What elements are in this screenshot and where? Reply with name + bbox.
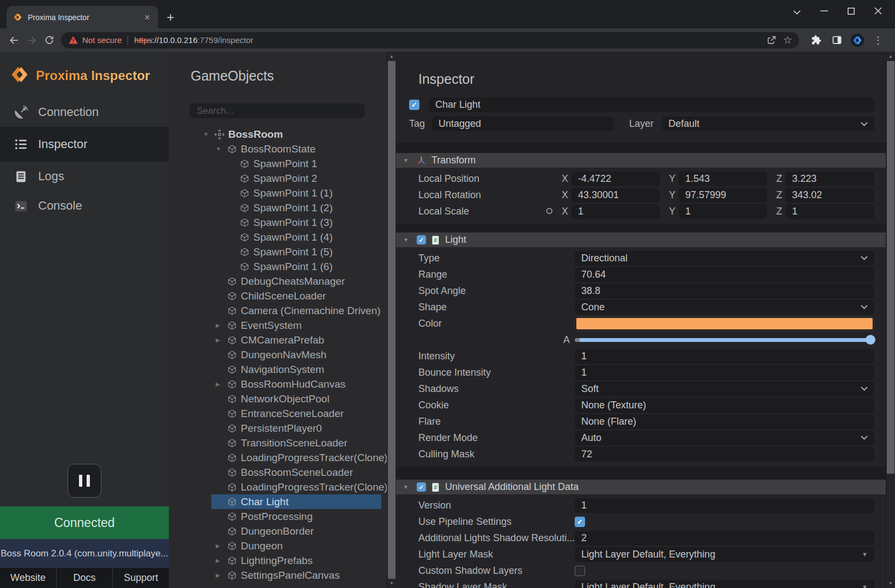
intensity-field[interactable]: 1 — [575, 349, 874, 364]
expand-arrow-icon[interactable]: ▶ — [216, 337, 227, 343]
search-input[interactable] — [190, 103, 365, 118]
tree-item-entrancesceneloader[interactable]: EntranceSceneLoader — [169, 406, 387, 421]
tree-item-debugcheatsmanager[interactable]: DebugCheatsManager — [169, 274, 387, 289]
component-enabled-checkbox[interactable]: ✓ — [417, 482, 426, 492]
browser-menu-icon[interactable]: ⋮ — [870, 32, 886, 48]
tree-item-bossroomhudcanvas[interactable]: ▶BossRoomHudCanvas — [169, 377, 387, 391]
tree-item-dungeonborder[interactable]: DungeonBorder — [169, 524, 387, 538]
tree-item-settingspanelcanvas[interactable]: ▶SettingsPanelCanvas — [169, 568, 387, 583]
scale-link-icon[interactable] — [546, 206, 553, 217]
tree-item-char-light[interactable]: Char Light — [169, 494, 387, 509]
tree-item-spawnpoint-2[interactable]: SpawnPoint 2 — [169, 171, 387, 186]
flare-field[interactable]: None (Flare) — [575, 414, 874, 429]
alpha-slider[interactable] — [575, 338, 874, 342]
scroll-down-icon[interactable]: ▼ — [886, 579, 895, 588]
light-layer-mask-select[interactable]: Light Layer Default, Everything▼ — [575, 547, 874, 562]
component-enabled-checkbox[interactable]: ✓ — [417, 235, 426, 244]
reload-button[interactable] — [40, 32, 58, 49]
tree-item-spawnpoint-1-3[interactable]: SpawnPoint 1 (3) — [169, 215, 387, 230]
slider-thumb[interactable] — [866, 335, 875, 345]
tree-item-childsceneloader[interactable]: ChildSceneLoader — [169, 289, 387, 303]
tree-item-dungeon[interactable]: ▶Dungeon — [169, 538, 387, 553]
gameobject-enabled-checkbox[interactable]: ✓ — [409, 100, 419, 110]
tree-item-spawnpoint-1-4[interactable]: SpawnPoint 1 (4) — [169, 230, 387, 244]
scrollbar-thumb[interactable] — [887, 61, 894, 474]
expand-arrow-icon[interactable]: ▶ — [216, 381, 227, 387]
range-field[interactable]: 70.64 — [575, 267, 874, 282]
collapse-arrow-icon[interactable]: ▼ — [403, 157, 411, 163]
culling-mask-field[interactable]: 72 — [575, 447, 874, 462]
tree-item-loadingprogresstracker-clone[interactable]: LoadingProgressTracker(Clone) — [169, 480, 387, 494]
new-tab-button[interactable]: + — [167, 11, 174, 24]
tree-item-spawnpoint-1[interactable]: SpawnPoint 1 — [169, 156, 387, 171]
inspector-scrollbar[interactable]: ▲ ▼ — [886, 52, 895, 588]
expand-arrow-icon[interactable]: ▶ — [216, 558, 227, 564]
custom-shadow-layers-checkbox[interactable]: ✓ — [575, 566, 585, 576]
tree-item-navigationsystem[interactable]: NavigationSystem — [169, 362, 387, 377]
collapse-arrow-icon[interactable]: ▼ — [403, 237, 411, 243]
tree-item-spawnpoint-1-1[interactable]: SpawnPoint 1 (1) — [169, 186, 387, 200]
sidebar-item-inspector[interactable]: Inspector — [0, 127, 169, 162]
tree-item-camera-cinemachine-driven[interactable]: Camera (Cinemachine Driven) — [169, 303, 387, 318]
scroll-up-icon[interactable]: ▲ — [886, 52, 895, 61]
shadow-layer-mask-select[interactable]: Light Layer Default, Everything▼ — [575, 580, 874, 588]
vector-field-z[interactable]: 343.02 — [786, 188, 874, 203]
vector-field-z[interactable]: 1 — [786, 204, 874, 219]
shape-select[interactable]: Cone — [575, 300, 874, 315]
pause-button[interactable] — [68, 464, 101, 498]
tree-item-networkobjectpool[interactable]: NetworkObjectPool — [169, 391, 387, 406]
url-text[interactable]: https://10.0.0.216:7759/inspector — [135, 35, 254, 45]
footer-link-website[interactable]: Website — [0, 568, 56, 588]
sidebar-item-console[interactable]: Console — [0, 191, 169, 220]
collapse-arrow-icon[interactable]: ▼ — [216, 146, 227, 152]
expand-arrow-icon[interactable]: ▶ — [216, 322, 227, 328]
footer-link-support[interactable]: Support — [112, 568, 169, 588]
collapse-arrow-icon[interactable]: ▼ — [403, 484, 411, 490]
tree-item-spawnpoint-1-2[interactable]: SpawnPoint 1 (2) — [169, 200, 387, 215]
scrollbar-thumb[interactable] — [388, 61, 395, 579]
tab-close-icon[interactable]: ✕ — [142, 12, 153, 23]
shadows-select[interactable]: Soft — [575, 382, 874, 396]
layer-select[interactable]: Default — [662, 117, 874, 131]
tree-item-bossroom[interactable]: ▼BossRoom — [169, 127, 387, 142]
tree-item-cmcameraprefab[interactable]: ▶CMCameraPrefab — [169, 333, 387, 347]
share-icon[interactable] — [763, 33, 780, 48]
not-secure-label[interactable]: Not secure — [82, 35, 122, 45]
tree-item-transitionsceneloader[interactable]: TransitionSceneLoader — [169, 436, 387, 450]
scroll-down-icon[interactable]: ▼ — [387, 579, 396, 588]
forward-button[interactable] — [23, 32, 40, 49]
tree-item-loadingprogresstracker-clone[interactable]: LoadingProgressTracker(Clone) — [169, 450, 387, 465]
vector-field-z[interactable]: 3.223 — [786, 171, 874, 186]
cookie-field[interactable]: None (Texture) — [575, 398, 874, 413]
tree-item-dungeonnavmesh[interactable]: DungeonNavMesh — [169, 347, 387, 362]
minimize-button[interactable] — [820, 7, 828, 17]
tree-item-bossroomstate[interactable]: ▼BossRoomState — [169, 142, 387, 156]
tab-search-chevron-icon[interactable] — [793, 7, 801, 17]
vector-field-y[interactable]: 1.543 — [679, 171, 767, 186]
collapse-arrow-icon[interactable]: ▼ — [203, 131, 215, 137]
tree-item-lightingprefabs[interactable]: ▶LightingPrefabs — [169, 553, 387, 568]
footer-link-docs[interactable]: Docs — [56, 568, 113, 588]
spot-angle-field[interactable]: 38.8 — [575, 284, 874, 298]
vector-field-y[interactable]: 97.57999 — [679, 188, 767, 203]
sidebar-item-connection[interactable]: Connection — [0, 97, 169, 127]
expand-arrow-icon[interactable]: ▶ — [216, 543, 227, 549]
not-secure-warning-icon[interactable] — [69, 36, 78, 44]
sidebar-item-logs[interactable]: Logs — [0, 162, 169, 191]
vector-field-x[interactable]: 1 — [571, 204, 660, 219]
additional-lights-shadow-resoluti-field[interactable]: 2 — [575, 531, 874, 546]
tree-item-postprocessing[interactable]: PostProcessing — [169, 509, 387, 524]
bookmark-star-icon[interactable]: ☆ — [780, 33, 796, 48]
browser-tab[interactable]: Proxima Inspector ✕ — [7, 6, 158, 28]
vector-field-y[interactable]: 1 — [679, 204, 767, 219]
scroll-up-icon[interactable]: ▲ — [387, 52, 396, 61]
color-swatch-field[interactable] — [575, 316, 874, 331]
tree-item-eventsystem[interactable]: ▶EventSystem — [169, 318, 387, 333]
tag-field[interactable]: Untagged — [432, 117, 614, 131]
proxima-extension-icon[interactable] — [849, 32, 866, 48]
expand-arrow-icon[interactable]: ▶ — [216, 572, 227, 578]
close-window-button[interactable] — [874, 7, 882, 17]
use-pipeline-settings-checkbox[interactable]: ✓ — [575, 517, 585, 527]
vector-field-x[interactable]: -4.4722 — [571, 171, 660, 186]
gameobject-name-field[interactable]: Char Light — [429, 97, 874, 112]
